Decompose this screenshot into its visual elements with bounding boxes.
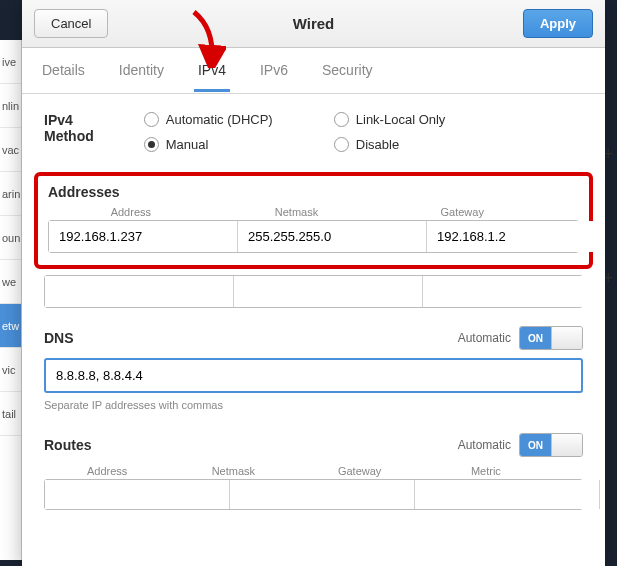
tab-ipv6[interactable]: IPv6 [256,50,292,92]
switch-knob [551,327,582,349]
netmask-input[interactable] [238,221,427,252]
addresses-columns: Address Netmask Gateway [48,206,579,218]
addresses-highlight: Addresses Address Netmask Gateway ✕ [34,172,593,269]
cancel-button[interactable]: Cancel [34,9,108,38]
address-row: ✕ [48,220,579,253]
method-disable[interactable]: Disable [334,137,524,152]
sidebar-item[interactable]: vac [0,128,21,172]
tab-security[interactable]: Security [318,50,377,92]
route-address-input[interactable] [45,480,230,509]
method-link-local[interactable]: Link-Local Only [334,112,524,127]
routes-automatic-label: Automatic [458,438,511,452]
radio-icon [334,112,349,127]
method-manual[interactable]: Manual [144,137,334,152]
routes-automatic-switch[interactable]: ON [519,433,583,457]
method-label: IPv4 Method [44,112,94,144]
ipv4-panel: IPv4 Method Automatic (DHCP) Link-Local … [22,94,605,566]
dns-automatic-switch[interactable]: ON [519,326,583,350]
gateway-input[interactable] [423,276,605,307]
switch-knob [551,434,582,456]
sidebar-item[interactable]: etw [0,304,21,348]
tab-details[interactable]: Details [38,50,89,92]
sidebar-item[interactable]: arin [0,172,21,216]
addresses-title: Addresses [48,184,579,200]
method-automatic[interactable]: Automatic (DHCP) [144,112,334,127]
radio-icon [144,112,159,127]
sidebar-item[interactable]: vic [0,348,21,392]
radio-icon [144,137,159,152]
netmask-input[interactable] [234,276,423,307]
radio-icon [334,137,349,152]
dns-hint: Separate IP addresses with commas [44,399,583,411]
routes-title: Routes [44,437,91,453]
sidebar-item[interactable]: nlin [0,84,21,128]
routes-columns: Address Netmask Gateway Metric [44,465,583,477]
route-metric-input[interactable] [600,480,605,509]
sidebar-item[interactable]: ive [0,40,21,84]
dialog-title: Wired [22,15,605,32]
dialog-header: Cancel Wired Apply [22,0,605,48]
dns-title: DNS [44,330,74,346]
sidebar-item[interactable]: oun [0,216,21,260]
settings-sidebar: ive nlin vac arin oun we etw vic tail [0,40,22,560]
tab-bar: Details Identity IPv4 IPv6 Security [22,48,605,94]
address-row: ✕ [44,275,583,308]
plus-column: + + [603,40,617,560]
apply-button[interactable]: Apply [523,9,593,38]
switch-on-label: ON [520,327,551,349]
tab-ipv4[interactable]: IPv4 [194,50,230,92]
gateway-input[interactable] [427,221,605,252]
route-row: ✕ [44,479,583,510]
route-gateway-input[interactable] [415,480,600,509]
sidebar-item[interactable]: we [0,260,21,304]
sidebar-item[interactable]: tail [0,392,21,436]
route-netmask-input[interactable] [230,480,415,509]
dns-automatic-label: Automatic [458,331,511,345]
address-input[interactable] [45,276,234,307]
switch-on-label: ON [520,434,551,456]
address-input[interactable] [49,221,238,252]
connection-dialog: Cancel Wired Apply Details Identity IPv4… [22,0,605,566]
tab-identity[interactable]: Identity [115,50,168,92]
dns-input[interactable] [44,358,583,393]
